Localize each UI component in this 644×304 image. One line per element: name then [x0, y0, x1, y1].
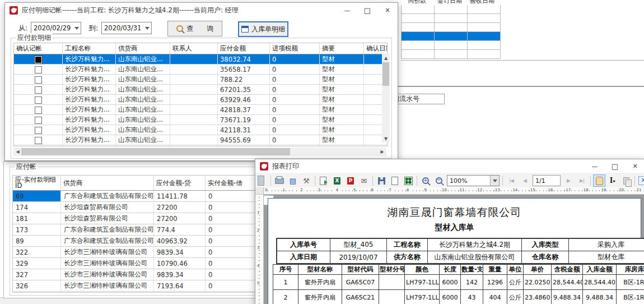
to-date-combo[interactable]: 2020/03/31 — [101, 22, 152, 34]
column-header[interactable]: 签订日期 — [433, 0, 466, 5]
confirm-checkbox[interactable] — [35, 107, 42, 114]
table-row[interactable]: 181长沙坦森贸易有限公司2720000 — [13, 213, 258, 224]
column-header[interactable]: 应付金额-贷 — [154, 176, 206, 191]
confirm-checkbox[interactable] — [35, 117, 42, 124]
confirm-checkbox[interactable] — [35, 66, 42, 73]
column-header[interactable]: 应-实付款明细ID — [13, 176, 61, 191]
close-button[interactable] — [625, 159, 644, 173]
table-row[interactable] — [401, 32, 501, 41]
table-row[interactable]: 329长沙市三湘特种玻璃有限公司10790.4600 — [13, 258, 258, 269]
table-row[interactable]: 长沙万科魅力...山东南山铝业...788.220型材358 — [14, 75, 388, 85]
single-page-view-button[interactable] — [389, 174, 401, 187]
info-label: 入库类型 — [522, 238, 569, 251]
multi-page-view-button[interactable] — [402, 174, 414, 187]
table-row[interactable] — [401, 14, 501, 23]
zoom-in-button[interactable] — [419, 174, 432, 187]
table-row[interactable]: 长沙万科魅力...山东南山铝业...3895.840型材250 — [14, 145, 388, 147]
table-row[interactable]: 长沙万科魅力...山东南山铝业...42118.310型材265 — [14, 125, 388, 135]
table-row[interactable]: 长沙万科魅力...山东南山铝业...35658.170型材376 — [14, 65, 388, 75]
column-header[interactable]: 确认记帐 — [14, 43, 63, 54]
copy-button[interactable] — [620, 174, 632, 187]
table-row[interactable]: 173广东合和建筑五金制品有限公司774.400 — [13, 224, 258, 236]
export-excel-button[interactable]: X — [331, 174, 343, 187]
last-page-button[interactable]: ▶| — [576, 174, 588, 187]
scrollbar-thumb[interactable] — [21, 148, 290, 155]
text-select-button[interactable]: I▸ — [606, 174, 619, 187]
table-row[interactable]: 长沙万科魅力...山东南山铝业...94555.690型材251 — [14, 135, 388, 145]
from-date-combo[interactable]: 2020/02/29 — [31, 22, 81, 34]
options-button[interactable]: ⚒ — [300, 174, 312, 187]
minimize-button[interactable] — [337, 3, 357, 17]
table-row[interactable]: 长沙万科魅力...山东南山铝业...67201.350型材283 — [14, 85, 388, 95]
export-button[interactable] — [318, 174, 330, 187]
stockin-detail-button[interactable]: 入库单明细 — [238, 21, 288, 37]
column-header[interactable]: 同价款 — [401, 0, 433, 5]
column-header[interactable]: 联系人 — [170, 43, 218, 54]
toolbar-partial-icon[interactable] — [256, 174, 268, 187]
zoom-out-button[interactable] — [433, 174, 445, 187]
zoom-combo[interactable]: 100% — [447, 175, 500, 186]
scroll-left-icon[interactable]: ◀ — [13, 148, 22, 156]
table-cell: 山东南山铝业... — [116, 65, 170, 75]
confirm-checkbox[interactable] — [35, 86, 42, 94]
table-row[interactable]: 326长沙市三湘特种玻璃有限公司7193.6400 — [13, 280, 258, 292]
save-button[interactable] — [375, 174, 388, 187]
titlebar[interactable]: 报表打印 — [255, 159, 644, 174]
next-page-button[interactable]: ▶ — [562, 174, 575, 187]
table-row[interactable]: 长沙市三湘特种玻璃有限公司 — [13, 292, 258, 293]
column-header[interactable]: 进项税额 — [270, 43, 320, 54]
scroll-down-icon[interactable]: ▼ — [382, 135, 390, 142]
table-row[interactable]: 322长沙市三湘特种玻璃有限公司9839.3400 — [13, 247, 258, 258]
scrollbar-thumb[interactable] — [382, 62, 389, 86]
chevron-down-icon[interactable] — [143, 22, 151, 34]
vertical-scrollbar[interactable]: ▲ ▼ — [382, 54, 390, 142]
table-row[interactable]: 长沙万科魅力...山东南山铝业...38032.740型材405 — [14, 54, 388, 65]
page-indicator[interactable]: 1/1 — [533, 175, 561, 186]
table-row[interactable]: 174长沙坦森贸易有限公司2720000 — [13, 202, 258, 213]
table-row[interactable]: 69广东合和建筑五金制品有限公司11411.7800 — [13, 191, 258, 202]
column-header[interactable]: 实付金额-借 — [206, 176, 257, 191]
maximize-button[interactable] — [357, 3, 377, 17]
column-header[interactable]: 供货商 — [116, 43, 170, 54]
horizontal-scrollbar[interactable]: ◀ ▶ — [13, 148, 386, 156]
close-preview-button[interactable]: ✕ — [637, 174, 644, 187]
minimize-button[interactable] — [585, 159, 605, 173]
scroll-up-icon[interactable]: ▲ — [382, 54, 390, 62]
table-row[interactable]: 89广东合和建筑五金制品有限公司40963.9200 — [13, 236, 258, 247]
close-button[interactable] — [377, 3, 398, 17]
query-button[interactable]: 查 询 — [167, 21, 222, 36]
maximize-button[interactable] — [605, 159, 625, 173]
table-row[interactable]: 长沙万科魅力...山东南山铝业...63929.460型材276 — [14, 95, 388, 105]
table-row[interactable] — [401, 50, 501, 59]
table-row[interactable] — [401, 5, 501, 14]
plan-serial-field[interactable]: 划流水号 — [391, 94, 445, 104]
print-button[interactable] — [273, 174, 286, 187]
hand-tool-button[interactable] — [593, 174, 605, 187]
report-preview-area[interactable]: 12345 湖南亘晟门窗幕墙有限公司 型材入库单 入库单号型材_405工程名称长… — [255, 195, 644, 304]
prev-page-button[interactable]: ◀ — [519, 174, 531, 187]
confirm-checkbox[interactable] — [35, 56, 42, 63]
table-row[interactable] — [401, 23, 501, 32]
confirm-checkbox[interactable] — [35, 137, 42, 144]
column-header[interactable]: 工程名称 — [63, 43, 116, 54]
send-mail-button[interactable]: ✉ — [358, 174, 370, 187]
confirm-checkbox[interactable] — [35, 127, 42, 134]
column-header[interactable]: 验收日期 — [466, 0, 498, 5]
column-header[interactable]: 应付金额 — [218, 43, 270, 54]
page-setup-button[interactable]: ▤ — [287, 174, 299, 187]
column-header[interactable]: 摘要 — [320, 43, 364, 54]
scroll-right-icon[interactable]: ▶ — [378, 148, 386, 156]
table-row[interactable]: 长沙万科魅力...山东南山铝业...42818.370型材275 — [14, 105, 388, 115]
confirm-checkbox[interactable] — [35, 96, 42, 104]
chevron-down-icon[interactable] — [490, 176, 499, 186]
confirm-checkbox[interactable] — [35, 76, 42, 84]
chevron-down-icon[interactable] — [73, 22, 81, 34]
column-header[interactable]: 供货商 — [61, 176, 154, 191]
first-page-button[interactable]: |◀ — [505, 174, 517, 187]
column-header[interactable]: 确认日期 — [364, 43, 388, 54]
export-pdf-button[interactable]: P — [344, 174, 357, 187]
table-row[interactable]: 长沙万科魅力...山东南山铝业...73671.190型材266 — [14, 115, 388, 125]
table-row[interactable]: 327长沙市三湘特种玻璃有限公司9839.3400 — [13, 269, 258, 280]
table-row[interactable] — [401, 41, 501, 50]
titlebar[interactable]: 应付明细记帐------当前工程: 长沙万科魅力之城4.2期------当前用户… — [5, 3, 398, 17]
